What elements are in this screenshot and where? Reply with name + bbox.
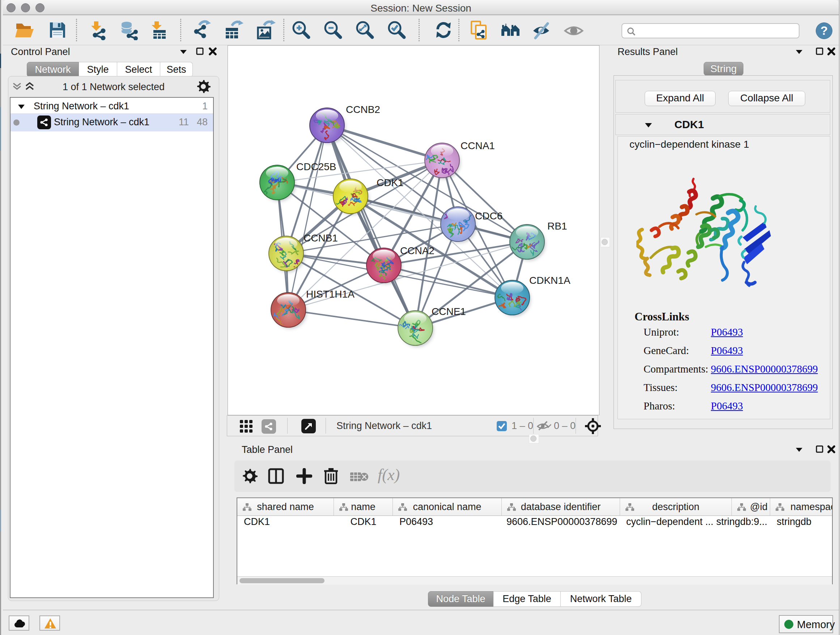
svg-text:CDC6: CDC6 [475,211,502,222]
svg-text:CCNB1: CCNB1 [303,233,338,244]
svg-text:HIST1H1A: HIST1H1A [306,288,355,300]
svg-text:CCNA2: CCNA2 [400,245,434,256]
svg-text:RB1: RB1 [547,220,567,232]
svg-text:CCNB2: CCNB2 [346,104,380,115]
svg-text:CDC25B: CDC25B [296,161,336,172]
svg-text:CCNE1: CCNE1 [431,306,466,317]
svg-text:CCNA1: CCNA1 [461,140,495,151]
svg-text:CDK1: CDK1 [377,177,404,188]
svg-text:CDKN1A: CDKN1A [529,275,570,286]
